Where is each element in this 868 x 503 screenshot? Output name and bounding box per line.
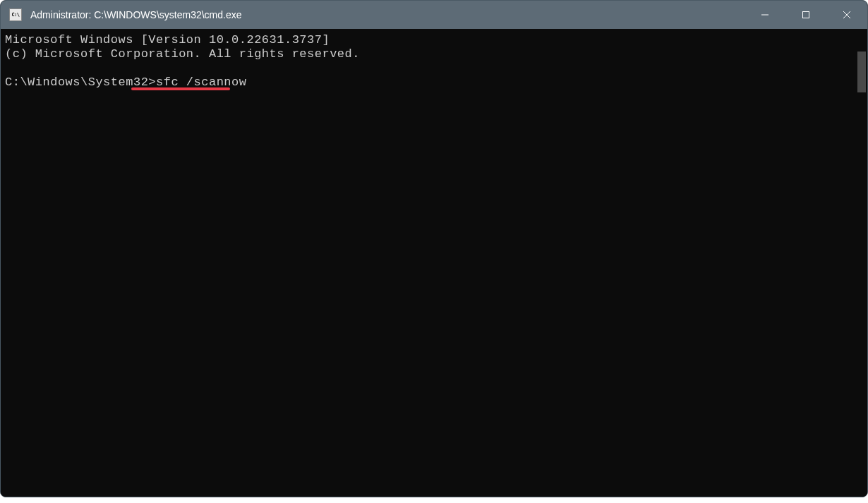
terminal-output[interactable]: Microsoft Windows [Version 10.0.22631.37… [1,29,856,497]
cmd-window: C:\ Administrator: C:\WINDOWS\system32\c… [0,0,868,497]
window-title: Administrator: C:\WINDOWS\system32\cmd.e… [30,9,745,20]
close-button[interactable] [826,1,867,29]
cmd-app-icon: C:\ [9,8,22,21]
cmd-app-icon-label: C:\ [11,12,19,18]
close-icon [843,11,851,19]
minimize-icon [761,11,769,19]
maximize-icon [802,11,810,19]
scrollbar-track[interactable] [856,29,867,497]
terminal-line-copyright: (c) Microsoft Corporation. All rights re… [5,47,360,61]
svg-rect-1 [803,12,809,18]
terminal-area: Microsoft Windows [Version 10.0.22631.37… [1,29,867,497]
minimize-button[interactable] [745,1,785,29]
terminal-line-version: Microsoft Windows [Version 10.0.22631.37… [5,33,330,47]
scrollbar-thumb[interactable] [857,51,866,92]
titlebar[interactable]: C:\ Administrator: C:\WINDOWS\system32\c… [1,1,867,29]
maximize-button[interactable] [785,1,826,29]
window-controls [745,1,867,29]
command-underline-annotation [131,87,230,90]
